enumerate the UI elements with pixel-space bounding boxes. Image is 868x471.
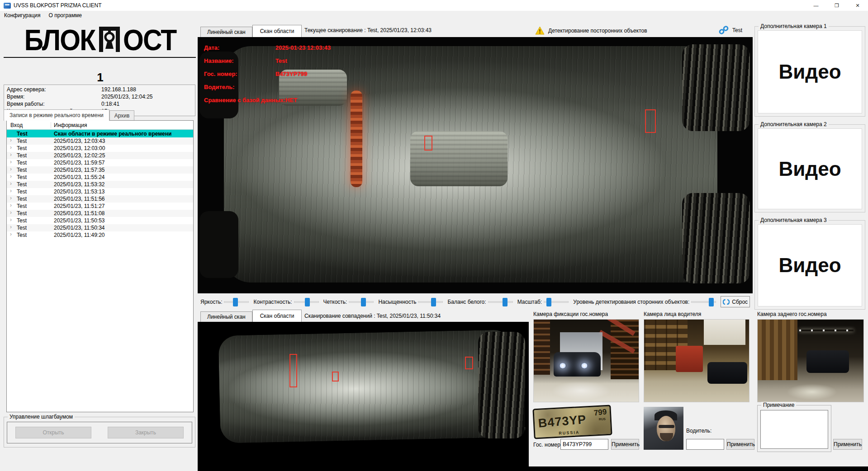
record-row[interactable]: › Test 2025/01/23, 12:03:00	[7, 145, 193, 152]
main-scan-viewport[interactable]: Дата:2025-01-23 12:03:43 Название:Test Г…	[198, 37, 753, 293]
camera-photo-detail	[552, 381, 611, 400]
wheel-tread	[682, 193, 750, 283]
side-camera-title: Дополнительная камера 2	[759, 121, 829, 127]
slider-track[interactable]	[294, 301, 319, 303]
driver-name-input[interactable]	[686, 439, 724, 450]
connection-link[interactable]: Test	[719, 26, 742, 35]
expand-chevron-icon[interactable]: ›	[10, 166, 12, 172]
apply-driver-button[interactable]: Применить	[726, 439, 754, 450]
overlay-label: Дата:	[204, 44, 275, 51]
expand-chevron-icon[interactable]: ›	[10, 231, 12, 237]
maximize-button[interactable]: ❐	[826, 0, 847, 11]
scan-tab[interactable]: Линейный скан	[200, 311, 252, 322]
plate-number-input[interactable]	[560, 439, 608, 450]
expand-chevron-icon[interactable]: ›	[10, 151, 12, 158]
overlay-row: Гос. номер:B473YP799	[204, 71, 331, 77]
expand-chevron-icon[interactable]: ›	[10, 173, 12, 179]
scan-tab[interactable]: Скан области	[252, 310, 302, 322]
server-info-row: Время: 2025/01/23, 12:04:25	[4, 93, 195, 100]
menu-item[interactable]: Конфигурация	[0, 11, 45, 19]
minimize-button[interactable]: —	[806, 0, 826, 11]
record-row[interactable]: › Test 2025/01/23, 11:53:13	[7, 188, 193, 195]
record-info: 2025/01/23, 11:59:57	[51, 160, 193, 166]
match-scan-viewport[interactable]	[198, 322, 529, 471]
menu-item[interactable]: О программе	[45, 11, 86, 19]
expand-chevron-icon[interactable]: ›	[10, 224, 12, 230]
slider-thumb[interactable]	[546, 298, 551, 306]
slider-thumb[interactable]	[503, 298, 508, 306]
expand-chevron-icon[interactable]: ›	[10, 202, 12, 208]
expand-chevron-icon[interactable]: ›	[10, 188, 12, 194]
expand-chevron-icon[interactable]: ›	[10, 217, 12, 223]
close-button[interactable]: ✕	[847, 0, 868, 11]
slider-thumb[interactable]	[361, 298, 366, 306]
detection-box	[424, 136, 432, 151]
record-row[interactable]: › Test 2025/01/23, 12:02:25	[7, 152, 193, 159]
scan-tab[interactable]: Скан области	[252, 25, 302, 37]
camera-photo-detail	[806, 350, 849, 373]
overlay-row: Водитель:	[204, 84, 331, 90]
menu-bar: КонфигурацияО программе	[0, 11, 868, 20]
slider-track[interactable]	[418, 301, 443, 303]
expand-chevron-icon[interactable]: ›	[10, 209, 12, 216]
record-row[interactable]: › Test 2025/01/23, 11:59:57	[7, 159, 193, 166]
record-row[interactable]: › Test 2025/01/23, 11:57:35	[7, 166, 193, 174]
slider-thumb[interactable]	[305, 298, 310, 306]
record-info: 2025/01/23, 11:57:35	[51, 167, 193, 173]
barrier-button[interactable]: Открыть	[15, 427, 91, 438]
slider-thumb[interactable]	[233, 298, 238, 306]
scan-tab[interactable]: Линейный скан	[200, 27, 252, 37]
selected-record-row[interactable]: Test Скан области в режиме реального вре…	[7, 130, 193, 137]
record-row[interactable]: › Test 2025/01/23, 11:51:08	[7, 210, 193, 217]
apply-plate-button[interactable]: Применить	[611, 439, 639, 450]
record-row[interactable]: › Test 2025/01/23, 11:53:32	[7, 181, 193, 188]
adjustment-slider: Контрастность:	[253, 299, 318, 305]
record-row[interactable]: › Test 2025/01/23, 11:50:53	[7, 217, 193, 224]
record-row[interactable]: › Test 2025/01/23, 11:51:56	[7, 195, 193, 203]
slider-thumb[interactable]	[431, 298, 436, 306]
wheel-shadow	[199, 211, 238, 278]
detection-box	[465, 357, 473, 369]
record-info: 2025/01/23, 11:53:32	[51, 181, 193, 188]
license-plate-photo: B473YP 799 RUS RUSSIA	[532, 405, 612, 439]
detection-box	[289, 354, 297, 387]
slider-label: Баланс белого:	[447, 299, 486, 305]
lane-number: 1	[3, 71, 198, 85]
barrier-button[interactable]: Закрыть	[108, 427, 184, 438]
plate-number-main: B473YP	[538, 413, 587, 431]
server-info-row: Время работы: 0:18:41	[4, 100, 195, 108]
reset-button[interactable]: Сброс	[721, 296, 750, 307]
record-row[interactable]: › Test 2025/01/23, 12:03:43	[7, 137, 193, 145]
overlay-row: Название:Test	[204, 57, 331, 64]
expand-chevron-icon[interactable]: ›	[10, 180, 12, 187]
video-placeholder-label: Видео	[778, 254, 841, 277]
wheel-tread	[682, 44, 750, 131]
camera-photo	[533, 319, 639, 402]
slider-thumb[interactable]	[709, 298, 714, 306]
records-tab[interactable]: Архив	[109, 110, 135, 121]
scan-top-header: Линейный сканСкан области Текущее сканир…	[198, 20, 753, 37]
record-row[interactable]: › Test 2025/01/23, 11:55:24	[7, 174, 193, 181]
expand-chevron-icon[interactable]: ›	[10, 144, 12, 151]
slider-label: Уровень детектирования сторонних объекто…	[573, 299, 689, 305]
overlay-value: B473YP799	[275, 71, 307, 77]
record-name: Test	[7, 138, 51, 144]
apply-note-button[interactable]: Применить	[833, 439, 862, 450]
slider-track[interactable]	[544, 301, 569, 303]
slider-track[interactable]	[488, 301, 513, 303]
expand-chevron-icon[interactable]: ›	[10, 137, 12, 143]
expand-chevron-icon[interactable]: ›	[10, 195, 12, 201]
record-name: Test	[7, 210, 51, 217]
slider-track[interactable]	[691, 301, 716, 303]
slider-track[interactable]	[224, 301, 249, 303]
note-textarea[interactable]	[760, 410, 828, 449]
record-row[interactable]: › Test 2025/01/23, 11:50:34	[7, 224, 193, 231]
record-row[interactable]: › Test 2025/01/23, 11:49:20	[7, 231, 193, 239]
record-row[interactable]: › Test 2025/01/23, 11:51:27	[7, 203, 193, 210]
expand-chevron-icon[interactable]: ›	[10, 159, 12, 165]
records-tab[interactable]: Записи в режиме реального времени	[4, 109, 109, 121]
slider-track[interactable]	[349, 301, 374, 303]
note-group: Примечание	[757, 405, 831, 452]
driver-photo	[644, 407, 683, 450]
record-info: 2025/01/23, 11:51:56	[51, 196, 193, 202]
